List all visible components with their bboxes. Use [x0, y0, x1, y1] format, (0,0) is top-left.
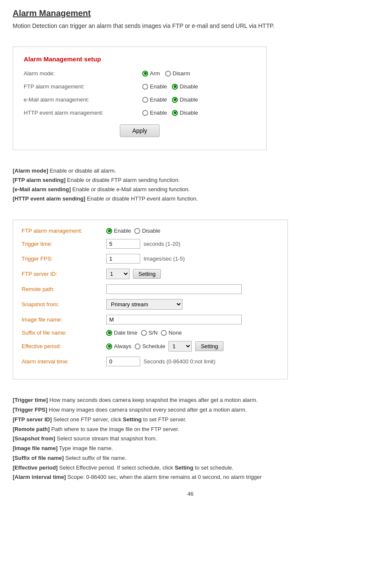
- apply-row: Apply: [24, 124, 256, 137]
- ftp-detail-disable-radio[interactable]: [134, 228, 140, 234]
- ftp-alarm-enable-label: Enable: [150, 83, 167, 90]
- ftp-detail-enable[interactable]: Enable: [106, 228, 131, 234]
- desc-ftp-server-id: [FTP server ID] Select one FTP server, c…: [13, 415, 368, 425]
- remote-path-control: [106, 284, 242, 294]
- http-alarm-disable-radio[interactable]: [172, 110, 178, 116]
- email-alarm-disable-label: Disable: [179, 96, 198, 103]
- snapshot-from-row: Snapshot from: Primary stream Secondary …: [22, 299, 279, 310]
- alarm-mode-arm[interactable]: Arm: [142, 70, 160, 77]
- page-number: 46: [13, 491, 368, 497]
- suffix-sn-label: S/N: [149, 330, 158, 336]
- desc-snapshot-from: [Snapshot from] Select source stream tha…: [13, 434, 368, 444]
- trigger-time-unit: seconds (1-20): [144, 241, 180, 247]
- desc-remote-path-label: [Remote path]: [13, 426, 50, 432]
- trigger-fps-input[interactable]: [106, 254, 140, 264]
- alarm-interval-unit: Seconds (0-86400 0:not limit): [144, 358, 215, 365]
- http-alarm-disable[interactable]: Disable: [172, 110, 198, 116]
- desc-http-sending-text: Enable or disable HTTP event alarm funct…: [86, 195, 198, 202]
- snapshot-from-select[interactable]: Primary stream Secondary stream: [106, 299, 182, 310]
- alarm-interval-input[interactable]: [106, 357, 140, 366]
- suffix-label: Suffix of file name:: [22, 330, 106, 336]
- description-block: [Alarm mode] Enable or disable all alarm…: [13, 166, 368, 203]
- ftp-detail-enable-radio[interactable]: [106, 228, 112, 234]
- effective-always[interactable]: Always: [106, 343, 131, 349]
- http-alarm-label: HTTP event alarm management:: [24, 110, 142, 116]
- alarm-mode-disarm[interactable]: Disarm: [165, 70, 190, 77]
- desc-trigger-fps-text: How many images does camera snapshot eve…: [47, 407, 247, 413]
- alarm-mode-arm-radio[interactable]: [142, 71, 148, 77]
- trigger-fps-unit: Images/sec (1-5): [144, 256, 185, 262]
- image-file-control: [106, 315, 242, 324]
- setup-title: Alarm Management setup: [24, 55, 256, 63]
- desc-remote-path-text: Path where to save the image file on the…: [50, 426, 179, 432]
- suffix-datetime[interactable]: Date time: [106, 330, 138, 336]
- desc-alarm-mode: [Alarm mode] Enable or disable all alarm…: [13, 166, 368, 176]
- email-alarm-label: e-Mail alarm management:: [24, 96, 142, 103]
- effective-schedule[interactable]: Schedule: [135, 343, 165, 349]
- remote-path-input[interactable]: [106, 284, 242, 294]
- trigger-fps-control: Images/sec (1-5): [106, 254, 185, 264]
- desc-effective-period-text: Select Effective period. If select sched…: [58, 464, 233, 471]
- intro-text: Motion Detection can trigger an alarm th…: [13, 22, 368, 29]
- alarm-management-setup-box: Alarm Management setup Alarm mode: Arm D…: [13, 47, 267, 150]
- page-title: Alarm Management: [13, 8, 368, 18]
- email-alarm-enable[interactable]: Enable: [142, 96, 167, 103]
- effective-period-label: Effective period:: [22, 343, 106, 349]
- trigger-time-control: seconds (1-20): [106, 239, 180, 249]
- effective-setting-button[interactable]: Setting: [195, 341, 223, 351]
- desc-alarm-interval-text: Scope: 0-86400 sec, when the alarm time …: [66, 474, 262, 480]
- alarm-interval-label: Alarm interval time:: [22, 358, 106, 365]
- suffix-sn[interactable]: S/N: [141, 330, 158, 336]
- desc-ftp-server-id-text: Select one FTP server, click Setting to …: [52, 416, 186, 423]
- ftp-alarm-disable[interactable]: Disable: [172, 83, 198, 90]
- trigger-time-input[interactable]: [106, 239, 140, 249]
- ftp-alarm-enable[interactable]: Enable: [142, 83, 167, 90]
- email-alarm-enable-radio[interactable]: [142, 97, 148, 103]
- http-alarm-enable[interactable]: Enable: [142, 110, 167, 116]
- desc-ftp-sending-label: [FTP alarm sending]: [13, 177, 66, 183]
- suffix-datetime-radio[interactable]: [106, 330, 112, 336]
- alarm-mode-disarm-radio[interactable]: [165, 71, 171, 77]
- desc-http-sending-label: [HTTP event alarm sending]: [13, 195, 86, 202]
- snapshot-from-label: Snapshot from:: [22, 301, 106, 308]
- http-alarm-disable-label: Disable: [179, 110, 198, 116]
- effective-schedule-id-select[interactable]: 1 2 3: [168, 341, 192, 352]
- suffix-none[interactable]: None: [161, 330, 182, 336]
- ftp-detail-disable[interactable]: Disable: [134, 228, 160, 234]
- email-alarm-row: e-Mail alarm management: Enable Disable: [24, 96, 256, 103]
- email-alarm-disable[interactable]: Disable: [172, 96, 198, 103]
- ftp-server-id-control: 1 2 3 4 5 Setting: [106, 269, 161, 279]
- desc-effective-period-label: [Effective period]: [13, 464, 58, 471]
- suffix-none-radio[interactable]: [161, 330, 167, 336]
- alarm-interval-row: Alarm interval time: Seconds (0-86400 0:…: [22, 357, 279, 366]
- remote-path-label: Remote path:: [22, 286, 106, 292]
- ftp-alarm-label: FTP alarm management:: [24, 83, 142, 90]
- ftp-server-id-label: FTP server ID:: [22, 271, 106, 277]
- http-alarm-enable-radio[interactable]: [142, 110, 148, 116]
- ftp-server-setting-button[interactable]: Setting: [133, 269, 161, 279]
- alarm-mode-row: Alarm mode: Arm Disarm: [24, 70, 256, 77]
- ftp-detail-disable-label: Disable: [142, 228, 160, 234]
- desc-ftp-server-id-label: [FTP server ID]: [13, 416, 52, 423]
- ftp-detail-enable-label: Enable: [114, 228, 131, 234]
- ftp-alarm-disable-radio[interactable]: [172, 84, 178, 90]
- ftp-alarm-enable-radio[interactable]: [142, 84, 148, 90]
- desc-effective-period: [Effective period] Select Effective peri…: [13, 463, 368, 473]
- image-file-row: Image file name:: [22, 315, 279, 324]
- apply-button[interactable]: Apply: [120, 124, 159, 137]
- desc-ftp-sending-text: Enable or disable FTP alarm sending func…: [66, 177, 180, 183]
- snapshot-from-control: Primary stream Secondary stream: [106, 299, 182, 310]
- trigger-time-row: Trigger time: seconds (1-20): [22, 239, 279, 249]
- email-alarm-disable-radio[interactable]: [172, 97, 178, 103]
- ftp-server-id-select[interactable]: 1 2 3 4 5: [106, 269, 130, 279]
- suffix-row: Suffix of file name: Date time S/N None: [22, 330, 279, 336]
- trigger-time-label: Trigger time:: [22, 241, 106, 247]
- desc-suffix-text: Select suffix of file name.: [64, 455, 127, 461]
- effective-always-radio[interactable]: [106, 343, 112, 349]
- effective-schedule-radio[interactable]: [135, 343, 141, 349]
- trigger-fps-row: Trigger FPS: Images/sec (1-5): [22, 254, 279, 264]
- suffix-sn-radio[interactable]: [141, 330, 147, 336]
- ftp-alarm-radio-group: Enable Disable: [142, 83, 198, 90]
- image-file-input[interactable]: [106, 315, 242, 324]
- alarm-mode-label: Alarm mode:: [24, 70, 142, 77]
